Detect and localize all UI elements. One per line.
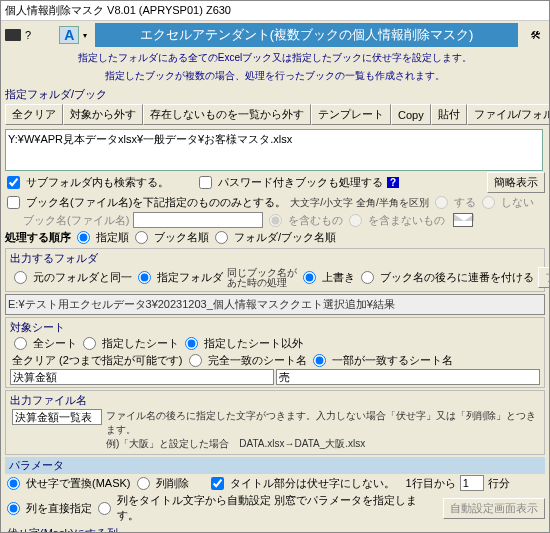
- template-button[interactable]: テンプレート: [311, 104, 391, 125]
- ts-partial-radio[interactable]: [313, 354, 326, 367]
- ts-all-radio[interactable]: [14, 337, 27, 350]
- ts-spec-label: 指定したシート: [102, 336, 179, 351]
- param-mask-label: 伏せ字で置換(MASK): [26, 476, 131, 491]
- app-title-bar: エクセルアテンダント(複数ブックの個人情報削除マスク): [95, 23, 518, 47]
- ts-exact-label: 完全一致のシート名: [208, 353, 307, 368]
- output-file-note1: ファイル名の後ろに指定した文字がつきます。入力しない場合「伏せ字」又は「列削除」…: [106, 409, 538, 437]
- paste-button[interactable]: 貼付: [431, 104, 467, 125]
- include-radio: [269, 214, 282, 227]
- param-auto-label: 列をタイトル文字から自動設定 別窓でパラメータを指定します。: [117, 493, 439, 523]
- bookname-only-checkbox[interactable]: [7, 196, 20, 209]
- case-yes-label: する: [454, 195, 476, 210]
- output-file-note2: 例)「大阪」と設定した場合 DATA.xlsx→DATA_大阪.xlsx: [106, 437, 538, 451]
- file-folder-ref-button[interactable]: ファイル/フォルダ参照: [467, 104, 550, 125]
- case-no-radio: [482, 196, 495, 209]
- envelope-icon[interactable]: [453, 213, 473, 227]
- order-folder-radio[interactable]: [215, 231, 228, 244]
- font-icon[interactable]: A: [59, 26, 79, 44]
- of-same-label: 元のフォルダと同一: [33, 270, 132, 285]
- ts-all-label: 全シート: [33, 336, 77, 351]
- password-checkbox[interactable]: [199, 176, 212, 189]
- of-note: 同じブック名が あた時の処理: [227, 268, 297, 288]
- output-file-title: 出力ファイル名: [8, 393, 542, 408]
- output-file-input[interactable]: [12, 409, 102, 425]
- remove-target-button[interactable]: 対象から外す: [63, 104, 143, 125]
- simple-view-button[interactable]: 簡略表示: [487, 172, 545, 193]
- of-seq-radio[interactable]: [361, 271, 374, 284]
- output-path-box: E:¥テスト用エクセルデータ3¥20231203_個人情報マスククエト選択追加¥…: [5, 294, 545, 315]
- bookname-label: ブック名(ファイル名): [23, 213, 129, 228]
- book-icon[interactable]: [5, 29, 21, 41]
- tool-icon[interactable]: 🛠: [530, 29, 541, 41]
- param-title-chk[interactable]: [211, 477, 224, 490]
- help-icon[interactable]: ?: [25, 29, 31, 41]
- ts-except-radio[interactable]: [185, 337, 198, 350]
- subfolder-label: サブフォルダ内も検索する。: [26, 175, 169, 190]
- order-label: 処理する順序: [5, 230, 71, 245]
- folder-section-label: 指定フォルダ/ブック: [5, 87, 545, 102]
- description-2: 指定したブックが複数の場合、処理を行ったブックの一覧も作成されます。: [1, 67, 549, 85]
- description-1: 指定したフォルダにある全てのExcelブック又は指定したブックに伏せ字を設定しま…: [1, 49, 549, 67]
- param-mask-radio[interactable]: [7, 477, 20, 490]
- of-same-radio[interactable]: [14, 271, 27, 284]
- of-seq-label: ブック名の後ろに連番を付ける: [380, 270, 534, 285]
- remove-missing-button[interactable]: 存在しないものを一覧から外す: [143, 104, 311, 125]
- case-no-label: しない: [501, 195, 534, 210]
- of-overwrite-radio[interactable]: [303, 271, 316, 284]
- target-sheet-title: 対象シート: [8, 320, 542, 335]
- ts-except-label: 指定したシート以外: [204, 336, 303, 351]
- of-spec-label: 指定フォルダ: [157, 270, 223, 285]
- output-folder-title: 出力するフォルダ: [8, 251, 542, 266]
- ts-value2-input[interactable]: [276, 369, 540, 385]
- copy-button[interactable]: Copy: [391, 104, 431, 125]
- ts-exact-radio[interactable]: [189, 354, 202, 367]
- output-file-group: 出力ファイル名 ファイル名の後ろに指定した文字がつきます。入力しない場合「伏せ字…: [5, 390, 545, 455]
- clear-all-button[interactable]: 全クリア: [5, 104, 63, 125]
- output-folder-group: 出力するフォルダ 元のフォルダと同一 指定フォルダ 同じブック名が あた時の処理…: [5, 248, 545, 292]
- of-spec-radio[interactable]: [138, 271, 151, 284]
- subfolder-checkbox[interactable]: [7, 176, 20, 189]
- help-badge[interactable]: ?: [387, 177, 399, 188]
- window-title: 個人情報削除マスク V8.01 (APRYSP01) Z630: [1, 1, 549, 21]
- folder-ref-button: フォルダ参照: [538, 267, 550, 288]
- auto-settings-button: 自動設定画面表示: [443, 498, 545, 519]
- param-auto-radio[interactable]: [98, 502, 111, 515]
- folder-button-row: 全クリア 対象から外す 存在しないものを一覧から外す テンプレート Copy 貼…: [5, 104, 545, 125]
- folder-path-textarea[interactable]: Y:¥W¥APR見本データxlsx¥一般データ¥お客様マスタ.xlsx: [5, 129, 543, 171]
- bookname-input: [133, 212, 263, 228]
- case-note: 大文字/小文字 全角/半角を区別: [290, 196, 428, 210]
- order-folder-label: フォルダ/ブック名順: [234, 230, 336, 245]
- param-direct-radio[interactable]: [7, 502, 20, 515]
- order-bookname-radio[interactable]: [135, 231, 148, 244]
- order-specified-radio[interactable]: [77, 231, 90, 244]
- ts-spec-radio[interactable]: [83, 337, 96, 350]
- exclude-label: を含まないもの: [368, 213, 445, 228]
- bookname-only-label: ブック名(ファイル名)を下記指定のもののみとする。: [26, 195, 286, 210]
- mask-title: 伏せ字(Mask)にする列: [1, 524, 549, 533]
- top-toolbar: ? A ▾ エクセルアテンダント(複数ブックの個人情報削除マスク) 🛠: [1, 21, 549, 49]
- order-bookname-label: ブック名順: [154, 230, 209, 245]
- order-specified-label: 指定順: [96, 230, 129, 245]
- of-overwrite-label: 上書き: [322, 270, 355, 285]
- case-yes-radio: [435, 196, 448, 209]
- param-rows-input[interactable]: [460, 475, 484, 491]
- param-delcol-radio[interactable]: [137, 477, 150, 490]
- ts-value1-input[interactable]: [10, 369, 274, 385]
- param-title: パラメータ: [5, 457, 545, 474]
- exclude-radio: [349, 214, 362, 227]
- param-delcol-label: 列削除: [156, 476, 189, 491]
- target-sheet-group: 対象シート 全シート 指定したシート 指定したシート以外 全クリア (2つまで指…: [5, 317, 545, 388]
- ts-partial-label: 一部が一致するシート名: [332, 353, 453, 368]
- ts-clear-label: 全クリア (2つまで指定が可能です): [12, 353, 183, 368]
- font-dropdown-icon[interactable]: ▾: [83, 31, 87, 40]
- param-rows-label: 行分: [488, 476, 510, 491]
- include-label: を含むもの: [288, 213, 343, 228]
- password-label: パスワード付きブックも処理する: [218, 175, 383, 190]
- param-direct-label: 列を直接指定: [26, 501, 92, 516]
- param-title-chk-label: タイトル部分は伏せ字にしない。 1行目から: [230, 476, 456, 491]
